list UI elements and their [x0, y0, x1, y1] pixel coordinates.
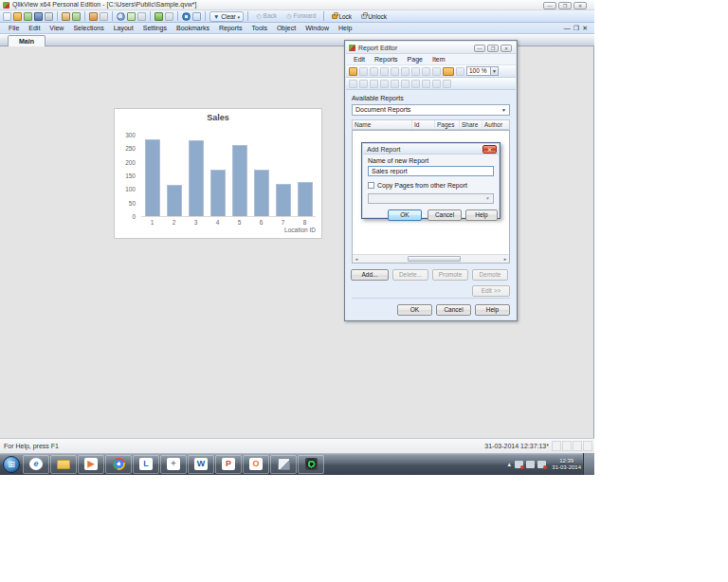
- new-document-icon[interactable]: [3, 12, 11, 21]
- whats-this-icon[interactable]: [192, 12, 201, 21]
- close-icon[interactable]: ✕: [573, 2, 587, 9]
- re-zoom-combobox[interactable]: 100 %▼: [466, 66, 499, 76]
- re-add-item-icon[interactable]: [443, 67, 454, 76]
- tray-expand-icon[interactable]: ▲: [506, 462, 512, 467]
- taskbar-clock[interactable]: 12:39 31-03-2014: [552, 458, 581, 471]
- redo-icon[interactable]: [100, 12, 108, 21]
- re-open-report-icon[interactable]: [349, 67, 357, 76]
- edit-button[interactable]: Edit >>: [472, 285, 510, 297]
- copy-source-combobox-disabled[interactable]: ▼: [368, 193, 494, 204]
- re-snap-grid-icon[interactable]: [432, 80, 441, 88]
- unlock-button[interactable]: Unlock: [357, 11, 391, 22]
- reload-icon[interactable]: [72, 12, 81, 21]
- scroll-right-icon[interactable]: ▸: [501, 256, 509, 263]
- column-pages[interactable]: Pages: [435, 120, 460, 129]
- re-delete-page-icon[interactable]: [380, 67, 389, 76]
- menu-help[interactable]: Help: [334, 24, 356, 32]
- column-author[interactable]: Author: [482, 120, 509, 129]
- network-error-icon[interactable]: [515, 461, 523, 468]
- ok-button[interactable]: OK: [388, 209, 422, 221]
- refresh-icon[interactable]: [24, 12, 32, 21]
- re-print-icon[interactable]: [422, 67, 430, 76]
- scroll-left-icon[interactable]: ◂: [353, 256, 360, 263]
- mdi-close-icon[interactable]: ✕: [582, 24, 588, 32]
- lock-button[interactable]: Lock: [328, 11, 355, 22]
- menu-reports[interactable]: Reports: [214, 24, 247, 32]
- bar[interactable]: [254, 170, 269, 216]
- re-menu-reports[interactable]: Reports: [370, 55, 403, 64]
- sales-chart-window[interactable]: Sales 050100150200250300 12345678 Locati…: [114, 108, 322, 239]
- close-icon[interactable]: ✕: [482, 145, 497, 154]
- mdi-minimize-icon[interactable]: —: [564, 24, 571, 32]
- re-close-icon[interactable]: ✕: [500, 45, 512, 52]
- start-button[interactable]: ⊞: [3, 456, 20, 473]
- re-help-button[interactable]: Help: [475, 304, 510, 316]
- re-align-right-icon[interactable]: [370, 80, 378, 88]
- re-page-down-icon[interactable]: [401, 67, 410, 76]
- re-ok-button[interactable]: OK: [397, 304, 432, 316]
- bar[interactable]: [145, 139, 160, 216]
- bar[interactable]: [167, 185, 182, 216]
- restore-icon[interactable]: ❐: [558, 2, 572, 9]
- menu-tools[interactable]: Tools: [247, 24, 272, 32]
- menu-file[interactable]: File: [4, 24, 24, 32]
- volume-muted-icon[interactable]: [537, 461, 546, 468]
- bar[interactable]: [276, 184, 291, 216]
- re-settings-icon[interactable]: [443, 80, 451, 88]
- taskbar-journal[interactable]: [270, 455, 297, 474]
- help-button[interactable]: Help: [465, 209, 498, 221]
- re-align-top-icon[interactable]: [380, 80, 389, 88]
- forward-button[interactable]: ◷ Forward: [282, 10, 319, 22]
- re-space-vertical-icon[interactable]: [422, 80, 430, 88]
- re-menu-page[interactable]: Page: [403, 55, 428, 64]
- re-menu-item[interactable]: Item: [428, 55, 450, 64]
- re-paste-icon[interactable]: [432, 67, 441, 76]
- open-icon[interactable]: [13, 12, 22, 21]
- column-id[interactable]: Id: [412, 120, 435, 129]
- menu-settings[interactable]: Settings: [138, 24, 172, 32]
- undo-icon[interactable]: [89, 12, 98, 21]
- tab-main[interactable]: Main: [8, 35, 46, 46]
- cancel-button[interactable]: Cancel: [428, 209, 462, 221]
- re-minimize-icon[interactable]: —: [474, 45, 485, 52]
- re-page-up-icon[interactable]: [391, 67, 399, 76]
- re-copy-page-icon[interactable]: [370, 67, 378, 76]
- re-maximize-icon[interactable]: ❐: [487, 45, 499, 52]
- menu-window[interactable]: Window: [300, 24, 334, 32]
- current-selections-icon[interactable]: [127, 12, 136, 21]
- mdi-restore-icon[interactable]: ❐: [573, 24, 579, 32]
- report-name-input[interactable]: [368, 166, 494, 176]
- re-fit-icon[interactable]: [456, 67, 464, 76]
- promote-button[interactable]: Promote: [432, 269, 468, 281]
- column-share[interactable]: Share: [460, 120, 482, 129]
- horizontal-scrollbar[interactable]: ◂ ▸: [353, 254, 509, 263]
- edit-icon[interactable]: [62, 12, 70, 21]
- help-icon[interactable]: [182, 12, 191, 21]
- chevron-down-icon[interactable]: ▼: [500, 106, 508, 114]
- reports-scope-combobox[interactable]: Document Reports ▼: [352, 104, 510, 116]
- re-new-page-icon[interactable]: [359, 67, 368, 76]
- menu-edit[interactable]: Edit: [24, 24, 45, 32]
- show-desktop-button[interactable]: [583, 453, 594, 475]
- copy-pages-checkbox[interactable]: [368, 182, 374, 189]
- re-align-left-icon[interactable]: [349, 80, 357, 88]
- chevron-down-icon[interactable]: ▼: [490, 67, 498, 75]
- print-icon[interactable]: [45, 12, 53, 21]
- menu-bookmarks[interactable]: Bookmarks: [172, 24, 214, 32]
- menu-layout[interactable]: Layout: [109, 24, 138, 32]
- menu-selections[interactable]: Selections: [68, 24, 108, 32]
- re-print-preview-icon[interactable]: [411, 67, 420, 76]
- taskbar-webcam-app[interactable]: [298, 455, 324, 474]
- bar[interactable]: [298, 182, 313, 216]
- design-grid-icon[interactable]: [165, 12, 173, 21]
- quick-change-icon[interactable]: [137, 12, 146, 21]
- bar[interactable]: [189, 140, 204, 216]
- taskbar-windows-explorer[interactable]: [50, 455, 77, 474]
- taskbar-powerpoint[interactable]: P: [215, 455, 242, 474]
- column-name[interactable]: Name: [353, 120, 412, 129]
- clear-button[interactable]: ▼ Clear ▾: [209, 11, 244, 22]
- menu-object[interactable]: Object: [272, 24, 300, 32]
- minimize-icon[interactable]: —: [543, 2, 556, 9]
- re-align-middle-icon[interactable]: [391, 80, 399, 88]
- taskbar-media-player[interactable]: ▶: [78, 455, 104, 474]
